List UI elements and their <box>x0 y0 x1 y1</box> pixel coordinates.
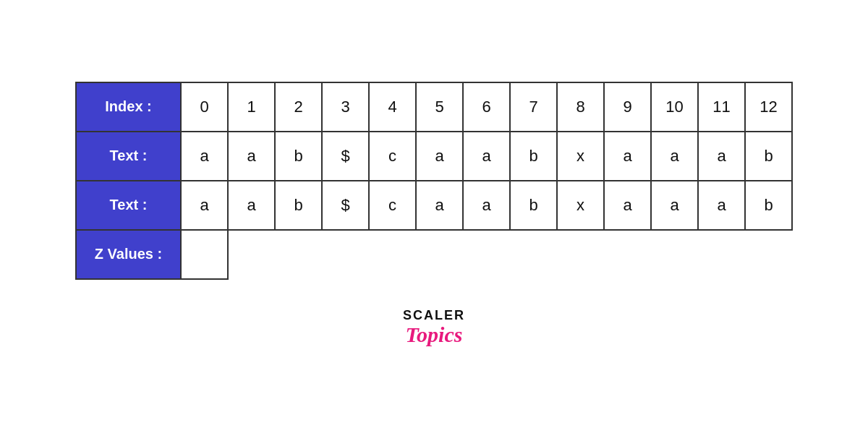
logo-topics: Topics <box>406 322 463 346</box>
table-cell: 12 <box>745 82 792 132</box>
table-cell: 3 <box>322 82 369 132</box>
data-table: Index :0123456789101112Text :aab$caabxaa… <box>75 82 793 280</box>
table-cell: a <box>181 181 228 230</box>
table-cell: a <box>463 132 510 181</box>
table-cell: $ <box>322 132 369 181</box>
table-cell: b <box>275 181 322 230</box>
table-cell: b <box>275 132 322 181</box>
row-label: Z Values : <box>76 230 181 279</box>
row-label: Text : <box>76 181 181 230</box>
table-cell: x <box>557 181 604 230</box>
table-cell: 1 <box>228 82 275 132</box>
table-cell: a <box>604 132 651 181</box>
table-cell: c <box>369 181 416 230</box>
table-row: Z Values : <box>76 230 792 279</box>
table-cell: c <box>369 132 416 181</box>
main-content: Index :0123456789101112Text :aab$caabxaa… <box>75 82 793 347</box>
table-cell: a <box>228 181 275 230</box>
table-cell: 7 <box>510 82 557 132</box>
table-cell: 10 <box>651 82 698 132</box>
table-cell: x <box>557 132 604 181</box>
table-row: Text :aab$caabxaaab <box>76 181 792 230</box>
table-cell: 5 <box>416 82 463 132</box>
logo-scaler: SCALER <box>403 309 465 323</box>
table-cell: a <box>604 181 651 230</box>
table-cell: 11 <box>698 82 745 132</box>
table-cell: b <box>745 132 792 181</box>
table-cell: b <box>510 181 557 230</box>
table-cell: 9 <box>604 82 651 132</box>
table-cell: a <box>416 181 463 230</box>
table-cell: 0 <box>181 82 228 132</box>
table-cell: a <box>416 132 463 181</box>
table-row: Text :aab$caabxaaab <box>76 132 792 181</box>
table-row: Index :0123456789101112 <box>76 82 792 132</box>
table-cell: 2 <box>275 82 322 132</box>
table-cell <box>181 230 228 279</box>
table-cell: a <box>228 132 275 181</box>
table-cell: b <box>510 132 557 181</box>
table-cell: a <box>698 132 745 181</box>
table-cell: a <box>181 132 228 181</box>
table-cell: 4 <box>369 82 416 132</box>
table-cell: a <box>463 181 510 230</box>
row-label: Index : <box>76 82 181 132</box>
logo: SCALER Topics <box>403 309 465 347</box>
table-cell: 8 <box>557 82 604 132</box>
table-cell: 6 <box>463 82 510 132</box>
row-label: Text : <box>76 132 181 181</box>
table-cell: b <box>745 181 792 230</box>
table-cell: a <box>698 181 745 230</box>
table-cell: a <box>651 181 698 230</box>
table-cell: $ <box>322 181 369 230</box>
table-cell: a <box>651 132 698 181</box>
